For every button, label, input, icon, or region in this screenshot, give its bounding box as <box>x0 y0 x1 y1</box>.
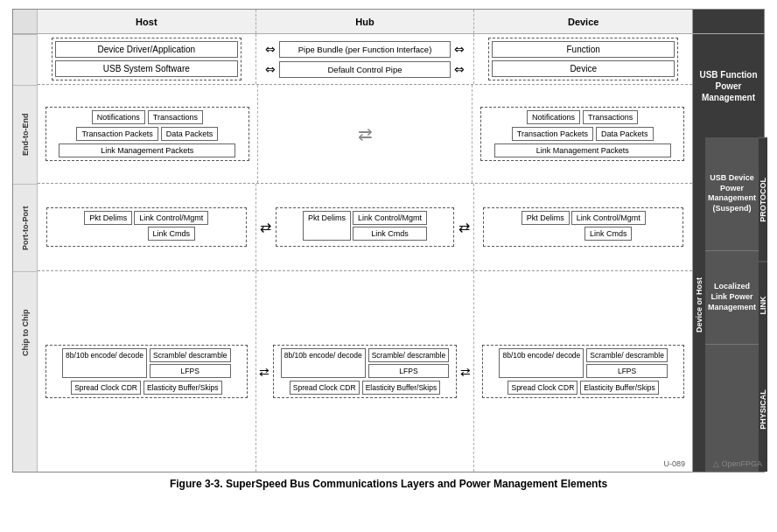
host-txn-packets-box: Transaction Packets <box>76 127 158 141</box>
host-p2p-box: Pkt Delims Link Control/Mgmt Link Cmds <box>46 207 247 247</box>
openfpga-text: OpenFPGA <box>721 459 762 468</box>
hub-phys-box: 8b/10b encode/ decode Scramble/ descramb… <box>273 345 458 398</box>
device-notifications-box: Notifications <box>527 110 580 124</box>
device-spread-clock-box: Spread Clock CDR <box>508 381 578 395</box>
right-sections-col: USB Device Power Management (Suspend) Lo… <box>705 137 759 472</box>
host-e2e-col: Notifications Transactions Transaction P… <box>38 85 258 183</box>
openfpga-logo-icon: △ <box>713 459 719 468</box>
protocol-vert-label: PROTOCOL <box>759 137 767 262</box>
device-transactions-box: Transactions <box>583 110 638 124</box>
host-spread-clock-box: Spread Clock CDR <box>71 381 141 395</box>
center-area: Device Driver/Application USB System Sof… <box>38 34 692 472</box>
host-data-packets-box: Data Packets <box>161 127 219 141</box>
watermark: △ OpenFPGA <box>713 459 762 468</box>
hub-phys-col: ⇄ 8b/10b encode/ decode Scramble/ descra… <box>256 271 475 472</box>
physical-vert-label: PHYSICAL <box>759 348 767 472</box>
device-e2e-box: Notifications Transactions Transaction P… <box>480 107 683 161</box>
device-or-host-label: Device or Host <box>693 137 705 472</box>
hub-link-cmds: Link Cmds <box>353 227 427 241</box>
body-area: End-to-End Port-to-Port Chip to Chip Dev… <box>13 34 764 472</box>
left-label-p2p: Port-to-Port <box>13 184 37 271</box>
device-lfps-box: LFPS <box>586 364 668 378</box>
host-lfps-box: LFPS <box>150 364 231 378</box>
phys-row: 8b/10b encode/ decode Scramble/ descramb… <box>38 271 692 472</box>
page: Host Hub Device End-to-End Port-to-Port … <box>0 0 777 532</box>
host-notifications-box: Notifications <box>92 110 145 124</box>
host-phys-box: 8b/10b encode/ decode Scramble/ descramb… <box>46 345 248 398</box>
device-scramble-box: Scramble/ descramble <box>586 348 668 362</box>
device-p2p-box: Pkt Delims Link Control/Mgmt Link Cmds <box>483 207 683 247</box>
hub-p2p-box: Pkt Delims Link Control/Mgmt Link Cmds <box>276 207 455 247</box>
host-scramble-box: Scramble/ descramble <box>150 348 231 362</box>
host-p2p-col: Pkt Delims Link Control/Mgmt Link Cmds <box>38 184 256 270</box>
usb-system-software-box: USB System Software <box>55 60 238 77</box>
link-vert-label: LINK <box>759 262 767 349</box>
host-pkt-delims: Pkt Delims <box>84 211 132 225</box>
column-headers-row: Host Hub Device <box>13 10 764 34</box>
host-elasticity-box: Elasticity Buffer/Skips <box>144 381 222 395</box>
function-box: Function <box>492 41 675 58</box>
device-link-ctrl: Link Control/Mgmt <box>571 211 646 225</box>
host-header: Host <box>38 10 256 33</box>
app-row: Device Driver/Application USB System Sof… <box>38 34 692 85</box>
host-phys-col: 8b/10b encode/ decode Scramble/ descramb… <box>38 271 256 472</box>
host-e2e-box: Notifications Transactions Transaction P… <box>46 107 248 161</box>
hub-header: Hub <box>256 10 475 33</box>
host-link-mgmt-box: Link Management Packets <box>59 144 235 158</box>
u-label: U-089 <box>663 459 685 468</box>
host-app-col: Device Driver/Application USB System Sof… <box>38 34 256 84</box>
hub-p2p-col: ⇄ Pkt Delims Link Control/Mgmt Link Cmds <box>256 184 475 270</box>
host-transactions-box: Transactions <box>148 110 203 124</box>
diagram-wrapper: Host Hub Device End-to-End Port-to-Port … <box>12 9 765 472</box>
device-txn-packets-box: Transaction Packets <box>512 127 593 141</box>
device-link-cmds: Link Cmds <box>584 227 633 241</box>
device-elasticity-box: Elasticity Buffer/Skips <box>580 381 659 395</box>
e2e-row: Notifications Transactions Transaction P… <box>38 85 692 184</box>
right-panel: USB Function Power Management Device or … <box>692 34 764 472</box>
host-encode-box: 8b/10b encode/ decode <box>62 348 147 378</box>
device-encode-box: 8b/10b encode/ decode <box>499 348 584 378</box>
hub-spread-clock-box: Spread Clock CDR <box>290 381 360 395</box>
hub-link-ctrl: Link Control/Mgmt <box>353 211 427 225</box>
left-label-e2e: End-to-End <box>13 85 37 184</box>
hub-app-col: ⇔ Pipe Bundle (per Function Interface) ⇔… <box>256 34 475 84</box>
protocol-link-phys-col: PROTOCOL LINK PHYSICAL <box>759 137 767 472</box>
device-data-packets-box: Data Packets <box>596 127 654 141</box>
p2p-row: Pkt Delims Link Control/Mgmt Link Cmds <box>38 184 692 271</box>
hub-encode-box: 8b/10b encode/ decode <box>281 348 366 378</box>
hub-scramble-box: Scramble/ descramble <box>368 348 450 362</box>
host-outer-box: Device Driver/Application USB System Sof… <box>52 38 242 80</box>
figure-caption: Figure 3-3. SuperSpeed Bus Communication… <box>170 477 607 492</box>
device-phys-box: 8b/10b encode/ decode Scramble/ descramb… <box>482 345 684 398</box>
device-link-mgmt-box: Link Management Packets <box>494 144 671 158</box>
hub-pkt-delims: Pkt Delims <box>303 211 351 241</box>
device-phys-col: 8b/10b encode/ decode Scramble/ descramb… <box>474 271 692 472</box>
left-label-c2c: Chip to Chip <box>13 271 37 394</box>
device-e2e-col: Notifications Transactions Transaction P… <box>472 85 692 183</box>
device-outer-box: Function Device <box>488 38 678 80</box>
left-label-app <box>13 34 37 85</box>
host-link-cmds: Link Cmds <box>148 227 196 241</box>
device-driver-box: Device Driver/Application <box>55 41 238 58</box>
device-box: Device <box>492 60 675 77</box>
device-app-col: Function Device <box>474 34 692 84</box>
device-header: Device <box>474 10 692 33</box>
device-pkt-delims: Pkt Delims <box>522 211 570 225</box>
left-label-bar: End-to-End Port-to-Port Chip to Chip <box>13 34 38 472</box>
hub-e2e-col: ⇄ <box>258 85 473 183</box>
usb-device-pm-label: USB Device Power Management (Suspend) <box>705 137 759 251</box>
hub-elasticity-box: Elasticity Buffer/Skips <box>362 381 441 395</box>
host-link-ctrl: Link Control/Mgmt <box>134 211 208 225</box>
localized-link-pm-label: Localized Link Power Management <box>705 251 759 345</box>
usb-func-pm-label: USB Function Power Management <box>693 34 764 137</box>
device-p2p-col: Pkt Delims Link Control/Mgmt Link Cmds <box>474 184 692 270</box>
hub-lfps-box: LFPS <box>368 364 450 378</box>
default-control-pipe-box: Default Control Pipe <box>279 61 452 78</box>
phys-right-area <box>705 345 759 472</box>
right-panel-body: Device or Host USB Device Power Manageme… <box>693 137 764 472</box>
pipe-bundle-box: Pipe Bundle (per Function Interface) <box>279 41 452 58</box>
